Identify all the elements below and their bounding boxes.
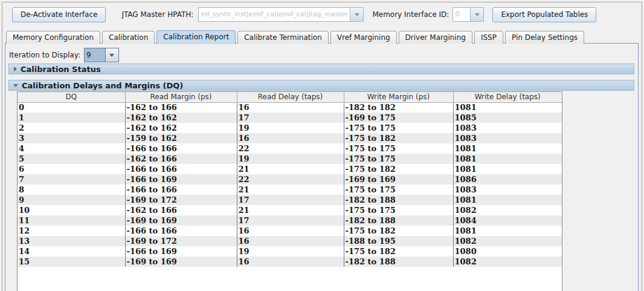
table-cell: -162 to 166 (125, 102, 237, 113)
table-cell: -169 to 172 (125, 236, 237, 246)
table-cell: 1083 (453, 133, 562, 143)
table-cell: 1081 (453, 164, 562, 174)
table-cell: -162 to 162 (125, 113, 237, 123)
table-cell: 1081 (453, 154, 562, 164)
memory-interface-id-select: 0 (452, 7, 484, 22)
table-cell: -182 to 188 (344, 257, 453, 267)
tab-calibration-report[interactable]: Calibration Report (156, 30, 236, 44)
tab-calibrate-termination[interactable]: Calibrate Termination (237, 31, 329, 44)
table-cell: -175 to 175 (344, 205, 453, 215)
table-cell: -166 to 169 (125, 246, 237, 257)
calibration-delays-section-header[interactable]: Calibration Delays and Margins (DQ) (8, 80, 634, 91)
tab-vref-margining[interactable]: Vref Margining (330, 31, 397, 44)
toolbar: De-Activate Interface JTAG Master HPATH:… (12, 6, 596, 23)
table-row[interactable]: 9-169 to 17217-182 to 1881081 (18, 195, 562, 205)
table-cell: 1085 (453, 113, 562, 123)
table-cell: 14 (18, 246, 125, 257)
table-row[interactable]: 0-162 to 16616-182 to 1821081 (18, 102, 562, 113)
table-cell: 19 (237, 246, 344, 257)
table-row[interactable]: 1-162 to 16217-169 to 1751085 (18, 113, 562, 123)
table-cell: 16 (237, 236, 344, 246)
table-row[interactable]: 15-169 to 16916-182 to 1881082 (18, 257, 562, 267)
table-cell: 1081 (453, 226, 562, 236)
table-row[interactable]: 13-169 to 17216-188 to 1951082 (18, 236, 562, 246)
table-row[interactable]: 11-169 to 16917-182 to 1881084 (18, 215, 562, 226)
table-row[interactable]: 7-166 to 16922-169 to 1691086 (18, 174, 562, 185)
table-cell: 2 (18, 123, 125, 133)
table-cell: -169 to 175 (344, 113, 453, 123)
table-cell: 1081 (453, 143, 562, 154)
table-cell: -169 to 169 (125, 215, 237, 226)
table-row[interactable]: 3-159 to 16216-175 to 1821083 (18, 133, 562, 143)
column-header[interactable]: DQ (18, 92, 125, 102)
tab-issp[interactable]: ISSP (474, 31, 503, 44)
table-cell: -182 to 188 (344, 215, 453, 226)
table-cell: 3 (18, 133, 125, 143)
table-cell: 12 (18, 226, 125, 236)
table-cell: 21 (237, 185, 344, 195)
tab-calibration[interactable]: Calibration (102, 31, 155, 44)
collapsed-arrow-icon (14, 67, 17, 71)
table-cell: -175 to 182 (344, 164, 453, 174)
table-row[interactable]: 10-162 to 16621-175 to 1751082 (18, 205, 562, 215)
chevron-down-icon (470, 8, 483, 21)
table-cell: -175 to 182 (344, 133, 453, 143)
table-cell: -166 to 166 (125, 185, 237, 195)
table-cell: -182 to 182 (344, 102, 453, 113)
iteration-select[interactable]: 9 (84, 48, 119, 62)
table-cell: -162 to 166 (125, 154, 237, 164)
table-cell: 21 (237, 205, 344, 215)
table-row[interactable]: 12-166 to 16616-175 to 1821081 (18, 226, 562, 236)
memory-interface-id-value: 0 (453, 8, 470, 21)
chevron-down-icon[interactable] (105, 48, 118, 62)
table-cell: 17 (237, 113, 344, 123)
table-cell: -166 to 166 (125, 164, 237, 174)
table-cell: -162 to 166 (125, 205, 237, 215)
table-cell: 5 (18, 154, 125, 164)
table-row[interactable]: 2-162 to 16219-175 to 1751083 (18, 123, 562, 133)
table-row[interactable]: 5-162 to 16619-175 to 1751081 (18, 154, 562, 164)
table-cell: -169 to 169 (125, 257, 237, 267)
tab-memory-configuration[interactable]: Memory Configuration (6, 31, 100, 44)
table-cell: 19 (237, 123, 344, 133)
table-cell: 16 (237, 102, 344, 113)
table-cell: 1083 (453, 185, 562, 195)
table-row[interactable]: 8-166 to 16621-175 to 1751083 (18, 185, 562, 195)
tab-pin-delay-settings[interactable]: Pin Delay Settings (505, 31, 584, 44)
calibration-delays-panel: DQRead Margin (ps)Read Delay (taps)Write… (17, 91, 562, 291)
table-cell: -166 to 169 (125, 174, 237, 185)
export-populated-tables-button[interactable]: Export Populated Tables (492, 7, 596, 22)
calibration-status-section-header[interactable]: Calibration Status (8, 64, 634, 74)
table-cell: 15 (18, 257, 125, 267)
table-cell: 16 (237, 133, 344, 143)
table-cell: 17 (237, 215, 344, 226)
column-header[interactable]: Write Delay (taps) (453, 92, 562, 102)
table-cell: 1 (18, 113, 125, 123)
table-cell: 13 (18, 236, 125, 246)
table-cell: -175 to 175 (344, 143, 453, 154)
table-cell: 10 (18, 205, 125, 215)
table-cell: 22 (237, 174, 344, 185)
table-cell: -175 to 175 (344, 154, 453, 164)
column-header[interactable]: Read Margin (ps) (125, 92, 237, 102)
table-cell: -175 to 182 (344, 246, 453, 257)
jtag-hpath-label: JTAG Master HPATH: (121, 10, 193, 19)
tab-driver-margining[interactable]: Driver Margining (399, 31, 472, 44)
expanded-arrow-icon (13, 84, 18, 87)
table-row[interactable]: 14-166 to 16919-175 to 1821080 (18, 246, 562, 257)
deactivate-interface-button[interactable]: De-Activate Interface (12, 7, 106, 22)
table-cell: 4 (18, 143, 125, 154)
section-title: Calibration Delays and Margins (DQ) (22, 81, 183, 90)
table-cell: 6 (18, 164, 125, 174)
table-cell: 21 (237, 164, 344, 174)
table-cell: 19 (237, 154, 344, 164)
table-cell: 1081 (453, 102, 562, 113)
table-body: 0-162 to 16616-182 to 18210811-162 to 16… (18, 102, 562, 267)
table-cell: 1082 (453, 236, 562, 246)
table-row[interactable]: 6-166 to 16621-175 to 1821081 (18, 164, 562, 174)
jtag-hpath-select: ed_synth_inst|emif_cal|emif_cal|jtag_mas… (198, 7, 364, 22)
table-cell: 11 (18, 215, 125, 226)
column-header[interactable]: Write Margin (ps) (344, 92, 453, 102)
table-row[interactable]: 4-166 to 16622-175 to 1751081 (18, 143, 562, 154)
column-header[interactable]: Read Delay (taps) (237, 92, 344, 102)
